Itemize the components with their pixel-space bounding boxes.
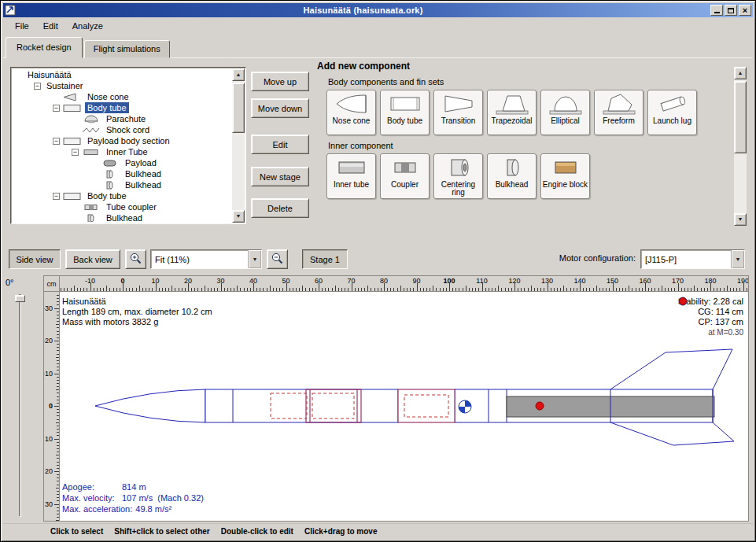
stage-1-toggle[interactable]: Stage 1 [302,249,348,269]
tree-item-body-tube[interactable]: −Body tube [13,102,231,113]
rocket-nose-cone[interactable] [95,389,205,422]
ruler-tick [211,288,212,291]
tab-rocket-design[interactable]: Rocket design [6,37,83,58]
tree-item-inner-tube[interactable]: −Inner Tube [13,146,231,157]
add-engine-block-button[interactable]: Engine block [540,153,590,199]
move-down-button[interactable]: Move down [251,98,309,118]
tree-item-shock-cord[interactable]: Shock cord [13,124,231,135]
ruler-label: 140 [573,277,585,285]
ruler-tick [452,288,453,291]
ruler-tick [57,403,59,404]
ruler-tick [446,288,447,291]
rocket-fin-lower[interactable] [610,422,734,445]
ruler-tick [57,393,59,393]
ruler-tick [739,288,740,291]
zoom-out-button[interactable] [267,249,288,269]
edit-button[interactable]: Edit [251,135,309,154]
scroll-down-icon[interactable]: ▼ [734,213,747,226]
close-button[interactable]: × [739,5,751,16]
palette-button-label: Inner tube [334,181,369,189]
menu-analyze[interactable]: Analyze [65,19,110,33]
add-launch-lug-button[interactable]: Launch lug [647,90,697,135]
tab-flight-simulations[interactable]: Flight simulations [84,40,170,58]
tree-item-bulkhead[interactable]: Bulkhead [13,179,231,190]
back-view-button[interactable]: Back view [65,249,120,269]
chevron-down-icon[interactable]: ▼ [731,250,744,268]
ruler-tick [485,288,486,291]
scroll-down-icon[interactable]: ▼ [232,210,245,223]
rocket-payload-section[interactable] [398,389,455,422]
ruler-tick [57,409,59,410]
tree-item-body-tube[interactable]: −Body tube [13,190,231,201]
centeringring-icon [441,156,476,179]
add-component-title: Add new component [317,61,732,72]
tree-item-bulkhead[interactable]: Bulkhead [13,212,231,222]
engineblock-icon [548,156,583,179]
tree-item-parachute[interactable]: Parachute [13,113,231,124]
rocket-fin-upper[interactable] [610,349,732,389]
ruler-tick [57,354,59,355]
scroll-up-icon[interactable]: ▲ [232,68,245,81]
side-view-button[interactable]: Side view [9,249,61,269]
zoom-select[interactable]: Fit (11%) ▼ [150,249,262,269]
tree-scrollbar-thumb[interactable] [232,83,245,133]
tree-expander[interactable]: − [53,105,60,112]
add-elliptical-button[interactable]: Elliptical [540,90,590,135]
tree-item-tube-coupler[interactable]: Tube coupler [13,201,231,212]
rocket-body-tube-1[interactable] [205,389,398,422]
menu-edit[interactable]: Edit [36,19,65,33]
ruler-tick [57,363,59,364]
scroll-up-icon[interactable]: ▲ [734,67,747,79]
new-stage-button[interactable]: New stage [251,167,309,186]
status-hint: Double-click to edit [221,527,293,536]
add-freeform-button[interactable]: Freeform [594,90,644,135]
ruler-tick [505,288,506,291]
tree-item-haisun-t[interactable]: Haisunäätä [13,69,231,80]
palette-scrollbar[interactable]: ▲ ▼ [734,67,747,226]
rocket-canvas[interactable]: Haisunäätä Length 189 cm, max. diameter … [60,292,748,521]
minimize-button[interactable] [710,5,723,16]
tree-expander[interactable]: − [72,149,79,156]
move-up-button[interactable]: Move up [251,72,309,91]
ruler-tick [302,286,303,291]
innertube-icon [82,148,101,157]
palette-button-label: Transition [441,117,476,125]
tree-item-nose-cone[interactable]: Nose cone [13,91,231,102]
add-coupler-button[interactable]: Coupler [380,153,430,199]
slider-handle[interactable] [15,295,25,302]
ruler-label: -10 [44,370,53,378]
tree-item-sustainer[interactable]: −Sustainer [13,80,231,91]
ruler-tick [322,288,323,291]
tree-expander[interactable]: − [34,83,41,90]
add-bulkhead-button[interactable]: Bulkhead [487,153,537,199]
ruler-tick [455,288,456,291]
ruler-tick [54,439,59,440]
chevron-down-icon[interactable]: ▼ [248,250,261,268]
delete-button[interactable]: Delete [251,198,309,218]
ruler-tick [544,288,544,291]
add-nose-cone-button[interactable]: Nose cone [326,90,376,135]
tree-expander[interactable]: − [53,193,60,200]
tree-expander[interactable]: − [53,138,60,145]
maximize-button[interactable] [725,5,737,16]
palette-scrollbar-thumb[interactable] [734,81,747,153]
add-inner-tube-button[interactable]: Inner tube [326,153,376,199]
tree-item-payload[interactable]: Payload [13,157,231,168]
ruler-tick [224,288,225,291]
rotation-slider[interactable] [17,294,24,517]
ruler-tick [54,471,59,472]
add-centering-ring-button[interactable]: Centering ring [433,153,483,199]
zoom-in-button[interactable] [125,249,146,269]
parachute-icon [82,115,101,124]
motor-configuration-select[interactable]: [J115-P] ▼ [640,249,745,269]
ruler-tick [57,412,59,413]
tree-item-payload-body-section[interactable]: −Payload body section [13,135,231,146]
tree-scrollbar[interactable]: ▲ ▼ [232,68,245,223]
add-transition-button[interactable]: Transition [433,90,483,135]
ruler-tick [57,497,59,498]
add-trapezoidal-button[interactable]: Trapezoidal [487,90,537,135]
add-body-tube-button[interactable]: Body tube [380,90,430,135]
magnifier-minus-icon [271,252,284,265]
tree-item-bulkhead[interactable]: Bulkhead [13,168,231,179]
menu-file[interactable]: File [8,19,36,33]
